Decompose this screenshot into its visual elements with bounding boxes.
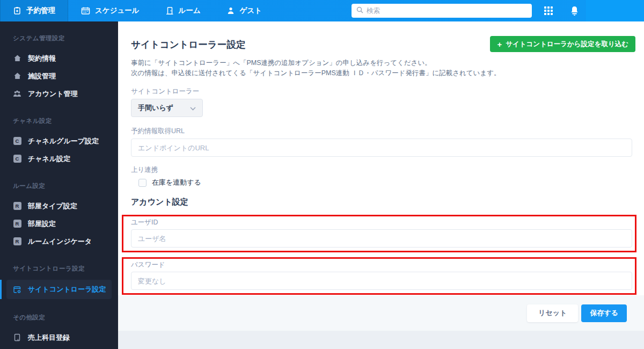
nav-item-label: スケジュール: [95, 6, 140, 16]
sidebar-item-contract-info[interactable]: 契約情報: [0, 49, 118, 67]
calendar-icon: [81, 6, 90, 15]
sidebar-item-account-management[interactable]: アカウント管理: [0, 85, 118, 103]
ledger-icon: [13, 333, 21, 342]
users-icon: [13, 90, 21, 98]
nav-item-reservations[interactable]: 予約管理: [0, 0, 68, 21]
inventory-sync-checkbox[interactable]: [138, 179, 147, 187]
uplink-label: 上り連携: [131, 166, 632, 173]
sidebar-item-channel-group-settings[interactable]: C チャネルグループ設定: [0, 132, 118, 150]
inventory-sync-row: 在庫を連動する: [131, 178, 632, 187]
room-letter-icon: R: [13, 202, 21, 210]
sidebar-item-facility-management[interactable]: 施設管理: [0, 67, 118, 85]
sidebar-section-title: チャネル設定: [0, 117, 118, 125]
home-icon: [13, 54, 21, 63]
sidebar-item-label: 部屋設定: [28, 219, 56, 229]
nav-item-label: 予約管理: [26, 6, 55, 16]
sidebar-section-system: システム管理設定 契約情報 施設管理 アカウント管理: [0, 34, 118, 103]
sidebar-item-label: 契約情報: [28, 54, 56, 63]
sidebar-item-label: ルームインジケータ: [28, 237, 92, 246]
clipboard-icon: [13, 6, 21, 15]
password-input[interactable]: [131, 272, 632, 290]
bell-icon: [569, 5, 580, 17]
sidebar-item-payment-item-registration[interactable]: 入金科目登録: [0, 346, 118, 349]
sidebar-item-label: チャネルグループ設定: [28, 136, 99, 146]
room-letter-icon: R: [13, 237, 21, 246]
top-navbar: 予約管理 スケジュール ルーム ゲスト: [0, 0, 644, 21]
browser-gear-icon: [13, 285, 21, 294]
user-id-input[interactable]: [131, 229, 632, 248]
annotation-box-password: パスワード: [122, 257, 636, 295]
page-background-band: [118, 331, 644, 349]
nav-item-rooms[interactable]: ルーム: [152, 0, 214, 21]
reset-button[interactable]: リセット: [527, 304, 578, 322]
sidebar-item-label: アカウント管理: [28, 89, 78, 99]
sidebar-item-room-settings[interactable]: R 部屋設定: [0, 215, 118, 232]
annotation-box-user-id: ユーザID: [122, 215, 636, 252]
site-controller-select[interactable]: 手間いらず: [131, 99, 203, 117]
sidebar-item-channel-settings[interactable]: C チャネル設定: [0, 150, 118, 168]
sidebar-item-label: サイトコントローラ設定: [28, 285, 106, 294]
chevron-down-icon: [190, 104, 196, 112]
channel-letter-icon: C: [13, 137, 21, 146]
global-search: [352, 4, 532, 18]
nav-item-schedule[interactable]: スケジュール: [68, 0, 152, 21]
sidebar-item-label: 施設管理: [28, 71, 56, 81]
sidebar-section-title: その他設定: [0, 314, 118, 322]
home-icon: [13, 72, 21, 81]
uplink-field-group: 上り連携 在庫を連動する: [131, 166, 632, 187]
search-input[interactable]: [367, 7, 527, 14]
description-line-2: 次の情報は、申込後に送付されてくる「サイトコントローラーPMS連動 ＩＤ・パスワ…: [131, 68, 632, 78]
apps-grid-button[interactable]: [537, 0, 560, 21]
sidebar-item-sales-item-registration[interactable]: 売上科目登録: [0, 329, 118, 346]
search-icon: [356, 6, 363, 16]
save-button[interactable]: 保存する: [581, 304, 627, 322]
form-action-bar: リセット 保存する: [118, 295, 644, 331]
sidebar-item-room-type-settings[interactable]: R 部屋タイプ設定: [0, 197, 118, 215]
sidebar-section-title: ルーム設定: [0, 182, 118, 190]
person-icon: [226, 6, 235, 15]
sidebar-section-title: サイトコントローラ設定: [0, 265, 118, 273]
site-controller-label: サイトコントローラー: [131, 88, 632, 95]
channel-letter-icon: C: [13, 155, 21, 163]
account-settings-heading: アカウント設定: [131, 197, 632, 207]
nav-item-label: ゲスト: [240, 6, 262, 16]
page-description: 事前に「サイトコントローラー」へ「PMS連携の追加オプション」の申し込みを行って…: [131, 58, 632, 78]
main-panel: サイトコントローラー設定 + サイトコントローラから設定を取り込む 事前に「サイ…: [118, 21, 644, 349]
grid-icon: [544, 6, 553, 16]
reservation-url-field-group: 予約情報取得URL: [131, 127, 632, 157]
sidebar-item-label: 売上科目登録: [28, 333, 70, 343]
password-label: パスワード: [131, 261, 632, 268]
sidebar-section-room: ルーム設定 R 部屋タイプ設定 R 部屋設定 R ルームインジケータ: [0, 182, 118, 250]
sidebar-section-title: システム管理設定: [0, 34, 118, 42]
site-controller-field-group: サイトコントローラー 手間いらず: [131, 88, 632, 117]
plus-icon: +: [497, 40, 502, 48]
sidebar-section-channel: チャネル設定 C チャネルグループ設定 C チャネル設定: [0, 117, 118, 168]
door-icon: [165, 6, 174, 15]
description-line-1: 事前に「サイトコントローラー」へ「PMS連携の追加オプション」の申し込みを行って…: [131, 58, 632, 68]
sidebar-section-site-controller: サイトコントローラ設定 サイトコントローラ設定: [0, 265, 118, 299]
sidebar-item-room-indicator[interactable]: R ルームインジケータ: [0, 232, 118, 250]
sidebar-item-label: チャネル設定: [28, 154, 70, 164]
import-from-site-controller-button[interactable]: + サイトコントローラから設定を取り込む: [490, 36, 635, 52]
import-button-label: サイトコントローラから設定を取り込む: [506, 40, 628, 49]
header-account-area[interactable]: [586, 0, 644, 21]
sidebar-section-other: その他設定 売上科目登録 入金科目登録: [0, 314, 118, 349]
sidebar: システム管理設定 契約情報 施設管理 アカウント管理 チャネル設定: [0, 21, 118, 349]
site-controller-selected-value: 手間いらず: [138, 103, 173, 113]
inventory-sync-label: 在庫を連動する: [152, 178, 201, 187]
notifications-button[interactable]: [562, 0, 586, 21]
room-letter-icon: R: [13, 220, 21, 228]
settings-form: サイトコントローラー設定 + サイトコントローラから設定を取り込む 事前に「サイ…: [118, 21, 644, 295]
nav-item-guests[interactable]: ゲスト: [214, 0, 275, 21]
user-id-label: ユーザID: [131, 219, 632, 226]
nav-item-label: ルーム: [179, 6, 201, 16]
reservation-url-label: 予約情報取得URL: [131, 127, 632, 135]
reservation-url-input[interactable]: [131, 139, 632, 157]
sidebar-item-label: 部屋タイプ設定: [28, 201, 77, 211]
sidebar-item-site-controller-settings[interactable]: サイトコントローラ設定: [6, 280, 112, 299]
